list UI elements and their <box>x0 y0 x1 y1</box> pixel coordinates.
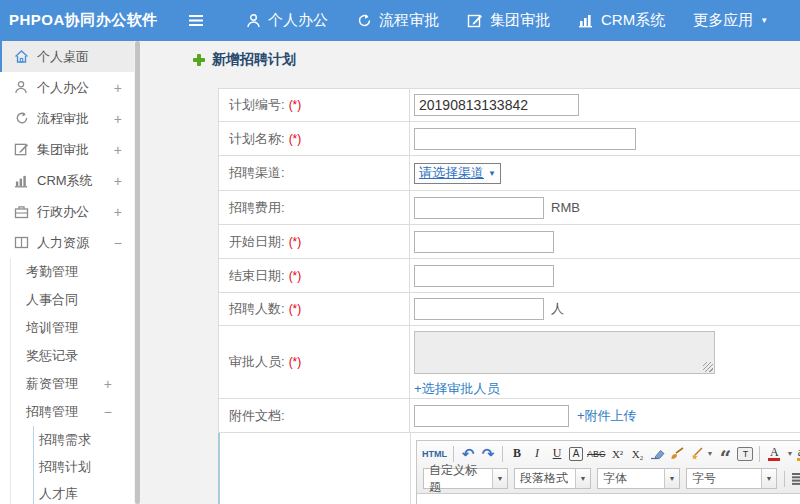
expand-plus-icon[interactable]: + <box>114 173 122 189</box>
font-color-button[interactable]: A <box>766 445 782 463</box>
menu-item-group-approval[interactable]: 集团审批 <box>453 0 564 41</box>
char-border-button[interactable]: A <box>569 447 583 461</box>
field-value <box>410 89 800 121</box>
form-row-channel: 招聘渠道: 请选择渠道 ▼ <box>219 156 800 191</box>
eraser-icon[interactable] <box>650 445 666 463</box>
underline-button[interactable]: U <box>549 445 565 463</box>
paste-text-icon[interactable]: T <box>737 447 753 461</box>
label-text: 招聘人数: <box>229 300 285 318</box>
expand-plus-icon[interactable]: + <box>104 376 112 392</box>
required-mark: (*) <box>289 355 302 369</box>
align-left-icon[interactable] <box>791 470 800 488</box>
plan-name-input[interactable] <box>414 128 636 150</box>
briefcase-icon <box>13 205 29 219</box>
sidebar-item-hr[interactable]: 人力资源 − <box>0 227 134 258</box>
rich-text-editor: HTML ↶ ↷ B I U A ABC X² X₂ <box>416 440 800 504</box>
expand-plus-icon[interactable]: + <box>114 80 122 96</box>
attachment-upload-link[interactable]: +附件上传 <box>577 407 637 425</box>
menu-item-crm[interactable]: CRM系统 <box>564 0 679 41</box>
select-approver-link[interactable]: +选择审批人员 <box>414 380 500 398</box>
blockquote-icon[interactable]: “ <box>717 445 733 463</box>
strikethrough-button[interactable]: ABC <box>587 445 606 463</box>
approver-textarea[interactable] <box>414 331 715 374</box>
sidebar-item-label: 人事合同 <box>26 291 78 309</box>
format-painter-icon[interactable]: ▼ <box>690 445 714 463</box>
hamburger-menu-icon[interactable] <box>188 14 214 27</box>
channel-select[interactable]: 请选择渠道 ▼ <box>414 163 501 184</box>
sidebar-item-recruit-mgmt[interactable]: 招聘管理 − <box>11 398 134 426</box>
field-value: +附件上传 <box>410 399 800 432</box>
redo-icon[interactable]: ↷ <box>480 445 496 463</box>
attachment-input[interactable] <box>414 405 569 427</box>
sidebar-item-reward-punish[interactable]: 奖惩记录 <box>11 342 134 370</box>
edit-icon <box>13 142 29 157</box>
italic-button[interactable]: I <box>529 445 545 463</box>
sidebar-item-personal-office[interactable]: 个人办公 + <box>0 72 134 103</box>
editor-content-area[interactable] <box>417 494 800 504</box>
caret-down-icon: ▼ <box>786 450 793 457</box>
sidebar-item-group-approval[interactable]: 集团审批 + <box>0 134 134 165</box>
label-text: 附件文档: <box>229 407 285 425</box>
sidebar: 个人桌面 个人办公 + 流程审批 + 集团审批 + CRM系统 + 行政办公 + <box>0 41 134 504</box>
form-row-approver: 审批人员: (*) +选择审批人员 <box>219 326 800 399</box>
page-title-text: 新增招聘计划 <box>212 51 296 69</box>
html-source-button[interactable]: HTML <box>422 445 447 463</box>
expand-plus-icon[interactable]: + <box>114 111 122 127</box>
sidebar-item-talent-pool[interactable]: 人才库 <box>34 480 134 504</box>
caret-down-icon: ▼ <box>760 16 768 25</box>
format-brush-icon[interactable] <box>670 445 686 463</box>
sidebar-item-recruit-plan[interactable]: 招聘计划 <box>34 453 134 480</box>
field-label-empty <box>220 433 411 504</box>
menu-item-more-apps[interactable]: 更多应用 ▼ <box>679 0 782 41</box>
sidebar-item-attendance[interactable]: 考勤管理 <box>11 258 134 286</box>
custom-title-combo[interactable]: 自定义标题 ▼ <box>423 468 508 489</box>
form-row-attachment: 附件文档: +附件上传 <box>219 399 800 433</box>
form-row-cost: 招聘费用: RMB <box>219 191 800 225</box>
cost-input[interactable] <box>414 197 544 219</box>
sidebar-item-crm[interactable]: CRM系统 + <box>0 165 134 196</box>
superscript-button[interactable]: X² <box>610 445 626 463</box>
sidebar-scrollbar[interactable] <box>134 41 141 504</box>
subscript-button[interactable]: X₂ <box>630 445 646 463</box>
sidebar-item-label: 流程审批 <box>37 110 89 128</box>
sidebar-item-recruit-demand[interactable]: 招聘需求 <box>34 426 134 453</box>
font-size-combo[interactable]: 字号 ▼ <box>686 468 777 489</box>
caret-down-icon: ▼ <box>707 450 714 457</box>
paragraph-format-combo[interactable]: 段落格式 ▼ <box>514 468 591 489</box>
sidebar-item-hr-contract[interactable]: 人事合同 <box>11 286 134 314</box>
sidebar-item-admin-office[interactable]: 行政办公 + <box>0 196 134 227</box>
undo-icon[interactable]: ↶ <box>460 445 476 463</box>
menu-item-personal-office[interactable]: 个人办公 <box>232 0 342 41</box>
highlight-color-button[interactable]: ab <box>795 445 800 463</box>
combo-value: 段落格式 <box>515 470 575 487</box>
toolbar-separator <box>784 471 785 487</box>
collapse-minus-icon[interactable]: − <box>104 404 112 420</box>
sidebar-item-label: 人才库 <box>39 485 78 503</box>
headcount-input[interactable] <box>414 298 544 320</box>
label-text: 审批人员: <box>229 353 285 371</box>
sidebar-item-label: 培训管理 <box>26 319 78 337</box>
add-icon <box>193 54 205 66</box>
font-color-bar <box>768 458 780 461</box>
form-row-editor: HTML ↶ ↷ B I U A ABC X² X₂ <box>218 433 800 504</box>
label-text: 招聘费用: <box>229 199 285 217</box>
scrollbar-thumb[interactable] <box>135 41 140 504</box>
plan-no-input[interactable] <box>414 94 579 116</box>
end-date-input[interactable] <box>414 265 554 287</box>
menu-item-label: 集团审批 <box>490 11 550 30</box>
combo-value: 字号 <box>687 470 761 487</box>
collapse-minus-icon[interactable]: − <box>114 235 122 251</box>
sidebar-item-label: 个人桌面 <box>37 48 89 66</box>
sidebar-item-desktop[interactable]: 个人桌面 <box>0 41 134 72</box>
menu-item-workflow-approval[interactable]: 流程审批 <box>342 0 453 41</box>
sidebar-item-salary[interactable]: 薪资管理 + <box>11 370 134 398</box>
start-date-input[interactable] <box>414 231 554 253</box>
font-family-combo[interactable]: 字体 ▼ <box>597 468 680 489</box>
label-text: 结束日期: <box>229 267 285 285</box>
sidebar-item-workflow-approval[interactable]: 流程审批 + <box>0 103 134 134</box>
form-row-plan-name: 计划名称: (*) <box>219 122 800 156</box>
bold-button[interactable]: B <box>509 445 525 463</box>
sidebar-item-training[interactable]: 培训管理 <box>11 314 134 342</box>
expand-plus-icon[interactable]: + <box>114 142 122 158</box>
expand-plus-icon[interactable]: + <box>114 204 122 220</box>
